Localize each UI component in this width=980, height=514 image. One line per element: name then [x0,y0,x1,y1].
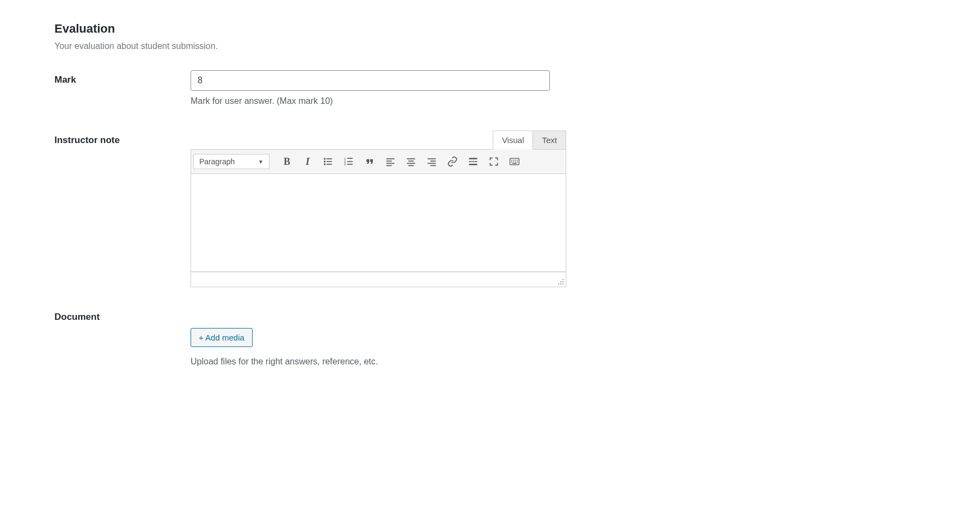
read-more-icon [468,156,479,167]
instructor-note-row: Instructor note Visual Text Paragraph ▼ … [54,131,926,287]
svg-point-0 [324,158,326,160]
document-help: Upload files for the right answers, refe… [191,357,550,367]
svg-rect-12 [387,159,395,160]
caret-down-icon: ▼ [258,159,264,165]
svg-rect-35 [513,162,514,163]
bullet-list-button[interactable] [318,152,338,171]
add-media-button[interactable]: + Add media [191,328,253,347]
instructor-note-label: Instructor note [54,131,191,146]
svg-rect-23 [431,165,436,166]
editor-content-area[interactable] [191,174,566,272]
svg-rect-37 [517,162,518,163]
svg-rect-22 [428,163,436,164]
svg-rect-9 [347,162,353,163]
svg-rect-14 [387,163,395,164]
align-center-button[interactable] [401,152,421,171]
tab-text[interactable]: Text [533,131,566,150]
rich-text-editor: Visual Text Paragraph ▼ B I 123 [191,131,566,287]
document-control: + Add media Upload files for the right a… [191,312,550,367]
svg-rect-31 [513,160,514,161]
mark-help: Mark for user answer. (Max mark 10) [191,96,550,106]
svg-rect-24 [469,158,477,160]
block-format-select[interactable]: Paragraph ▼ [193,154,270,169]
svg-rect-36 [515,162,516,163]
svg-rect-3 [327,162,332,163]
svg-rect-16 [407,159,415,160]
svg-rect-19 [408,165,414,166]
italic-button[interactable]: I [298,152,317,171]
svg-rect-15 [387,165,392,166]
editor-statusbar [191,272,566,287]
svg-rect-26 [472,162,474,163]
numbered-list-button[interactable]: 123 [339,152,359,171]
mark-control: Mark for user answer. (Max mark 10) [191,70,550,106]
evaluation-section: Evaluation Your evaluation about student… [54,22,926,367]
svg-rect-32 [515,160,516,161]
svg-rect-1 [327,159,332,160]
editor-tabs: Visual Text [191,131,566,150]
svg-rect-28 [469,164,477,166]
mark-label: Mark [54,70,191,85]
svg-rect-27 [475,162,477,163]
tab-visual[interactable]: Visual [493,131,534,150]
svg-rect-20 [428,159,436,160]
svg-rect-17 [408,161,414,162]
link-button[interactable] [443,152,462,171]
document-row: Document + Add media Upload files for th… [54,312,926,367]
numbered-list-icon: 123 [344,156,354,167]
svg-point-2 [324,161,326,163]
align-right-icon [426,156,437,167]
svg-rect-5 [327,164,332,165]
svg-rect-25 [469,162,472,163]
align-left-button[interactable] [381,152,400,171]
align-left-icon [385,156,396,167]
mark-input[interactable] [191,70,550,91]
svg-rect-7 [347,158,353,159]
svg-rect-13 [387,161,392,162]
svg-text:3: 3 [344,163,346,166]
bullet-list-icon [323,156,334,167]
svg-rect-21 [431,161,436,162]
block-format-label: Paragraph [199,157,235,166]
svg-rect-33 [517,160,518,161]
mark-row: Mark Mark for user answer. (Max mark 10) [54,70,926,106]
section-title: Evaluation [54,22,926,36]
toolbar-toggle-button[interactable] [505,152,524,171]
align-center-icon [406,156,416,167]
blockquote-button[interactable] [360,152,379,171]
resize-handle[interactable] [557,278,565,286]
quote-icon [364,156,375,167]
section-description: Your evaluation about student submission… [54,41,926,51]
editor-toolbar: Paragraph ▼ B I 123 [191,149,566,174]
fullscreen-icon [488,156,499,167]
svg-rect-30 [511,160,512,161]
svg-rect-11 [347,164,353,165]
document-label: Document [54,312,191,323]
svg-rect-18 [407,163,415,164]
bold-button[interactable]: B [277,152,297,171]
svg-rect-34 [511,162,512,163]
fullscreen-button[interactable] [484,152,504,171]
align-right-button[interactable] [422,152,442,171]
keyboard-icon [509,156,520,167]
svg-point-4 [324,164,326,165]
svg-rect-38 [512,163,517,164]
link-icon [447,156,458,167]
read-more-button[interactable] [463,152,483,171]
